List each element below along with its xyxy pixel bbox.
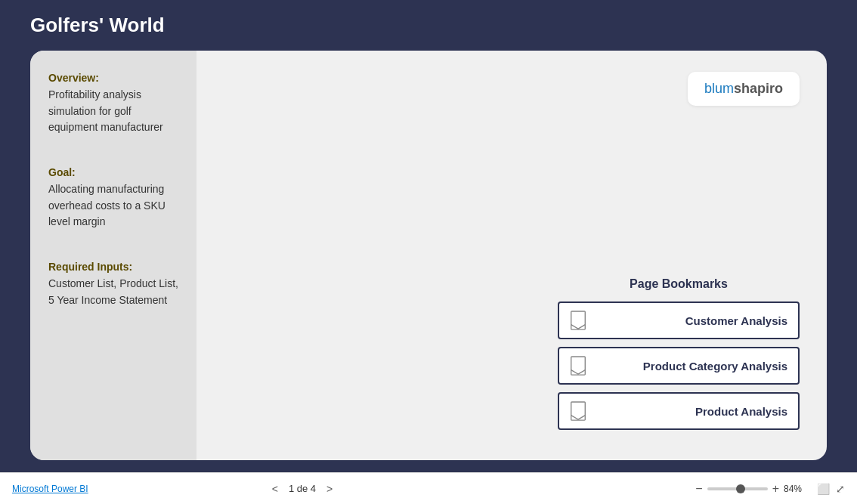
logo-blue: blum bbox=[704, 81, 734, 96]
page-indicator: 1 de 4 bbox=[289, 483, 316, 494]
overview-label: Overview: bbox=[48, 72, 178, 84]
bookmark-label-product: Product Analysis bbox=[596, 405, 787, 418]
fit-page-icon[interactable]: ⬜ bbox=[817, 483, 830, 495]
inputs-content: Customer List, Product List, 5 Year Inco… bbox=[48, 276, 178, 308]
app-header: Golfers' World bbox=[0, 0, 857, 51]
right-panel: blumshapiro Page Bookmarks Customer Anal… bbox=[196, 51, 827, 460]
zoom-slider-thumb bbox=[736, 484, 745, 493]
bookmark-product-analysis[interactable]: Product Analysis bbox=[558, 392, 800, 430]
bookmarks-title: Page Bookmarks bbox=[558, 277, 800, 291]
logo-text: blumshapiro bbox=[704, 81, 783, 96]
bookmark-label-customer: Customer Analysis bbox=[596, 314, 787, 327]
overview-content: Profitability analysis simulation for go… bbox=[48, 87, 178, 136]
svg-rect-2 bbox=[571, 402, 586, 420]
bookmark-icon-2 bbox=[570, 356, 586, 376]
zoom-percent: 84% bbox=[784, 484, 808, 494]
bottom-bar: Microsoft Power BI < 1 de 4 > − + 84% ⬜ … bbox=[0, 472, 857, 504]
view-icons: ⬜ ⤢ bbox=[817, 483, 845, 495]
card: Overview: Profitability analysis simulat… bbox=[30, 51, 827, 460]
bookmark-customer-analysis[interactable]: Customer Analysis bbox=[558, 301, 800, 339]
bookmarks-section: Page Bookmarks Customer Analysis Product… bbox=[558, 277, 800, 438]
left-panel: Overview: Profitability analysis simulat… bbox=[30, 51, 196, 460]
bookmark-icon-3 bbox=[570, 401, 586, 421]
prev-page-button[interactable]: < bbox=[268, 481, 283, 496]
bookmark-product-category-analysis[interactable]: Product Category Analysis bbox=[558, 347, 800, 385]
bookmark-label-product-category: Product Category Analysis bbox=[596, 360, 787, 373]
main-area: Overview: Profitability analysis simulat… bbox=[0, 51, 857, 472]
app-title: Golfers' World bbox=[30, 14, 827, 37]
overview-row: Overview: Profitability analysis simulat… bbox=[48, 72, 178, 136]
inputs-row: Required Inputs: Customer List, Product … bbox=[48, 261, 178, 308]
zoom-controls: − + 84% bbox=[695, 482, 808, 496]
zoom-minus-button[interactable]: − bbox=[695, 482, 702, 496]
fullscreen-icon[interactable]: ⤢ bbox=[836, 483, 845, 495]
logo-area: blumshapiro bbox=[688, 72, 800, 106]
pagination: < 1 de 4 > bbox=[268, 481, 338, 496]
inputs-label: Required Inputs: bbox=[48, 261, 178, 273]
zoom-plus-button[interactable]: + bbox=[772, 482, 779, 496]
logo-bold: shapiro bbox=[734, 81, 783, 96]
bookmark-icon-1 bbox=[570, 311, 586, 330]
svg-rect-1 bbox=[571, 357, 586, 375]
goal-content: Allocating manufacturing overhead costs … bbox=[48, 181, 178, 230]
powerbi-link[interactable]: Microsoft Power BI bbox=[12, 484, 88, 494]
next-page-button[interactable]: > bbox=[322, 481, 337, 496]
zoom-slider[interactable] bbox=[707, 487, 768, 490]
goal-row: Goal: Allocating manufacturing overhead … bbox=[48, 166, 178, 230]
goal-label: Goal: bbox=[48, 166, 178, 178]
svg-rect-0 bbox=[571, 311, 586, 329]
